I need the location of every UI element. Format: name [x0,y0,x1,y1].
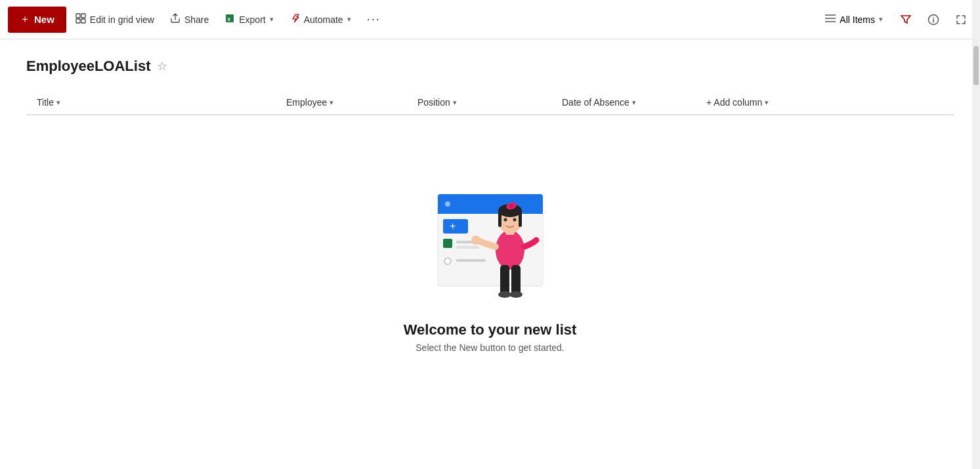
position-sort-icon: ▾ [453,98,457,107]
scrollbar-thumb[interactable] [973,46,979,85]
svg-rect-35 [511,265,521,295]
welcome-heading: Welcome to your new list [404,321,577,338]
export-button[interactable]: X Export ▾ [218,7,280,33]
column-header-employee[interactable]: Employee ▾ [276,91,407,115]
svg-rect-20 [456,246,479,249]
more-label: ··· [367,12,381,26]
svg-rect-22 [456,259,486,262]
svg-point-32 [513,218,516,222]
column-header-add[interactable]: + Add column ▾ [696,91,954,115]
list-table: Title ▾ Employee ▾ Position ▾ [26,91,954,379]
column-header-position[interactable]: Position ▾ [407,91,551,115]
svg-rect-3 [81,19,85,23]
toolbar-right: All Items ▾ [819,10,972,30]
svg-point-33 [471,235,480,245]
svg-rect-27 [498,211,501,227]
edit-grid-view-label: Edit in grid view [90,14,154,25]
page-title: EmployeeLOAList [26,58,150,75]
svg-rect-14 [438,206,543,214]
automate-icon [289,13,300,26]
scrollbar-track[interactable] [972,0,980,469]
svg-rect-1 [81,14,85,18]
svg-text:+: + [450,220,456,232]
svg-point-21 [444,258,451,264]
welcome-subtext: Select the New button to get started. [404,342,577,353]
svg-rect-34 [500,265,509,295]
grid-view-icon [75,13,86,26]
svg-point-30 [509,204,513,208]
add-column-label: + Add column [706,97,762,108]
automate-chevron-icon: ▾ [347,15,351,24]
automate-button[interactable]: Automate ▾ [283,7,358,33]
position-column-label: Position [417,97,450,108]
filter-button[interactable] [895,10,917,30]
welcome-illustration: + [398,155,582,306]
share-icon [170,13,181,26]
new-button[interactable]: ＋ New [8,7,66,33]
svg-point-31 [503,218,507,222]
svg-rect-2 [76,19,80,23]
empty-state-row: + [26,115,954,379]
column-header-title[interactable]: Title ▾ [26,91,276,115]
add-column-chevron-icon: ▾ [765,98,769,107]
svg-rect-18 [443,239,452,248]
expand-button[interactable] [950,10,972,30]
page-header: EmployeeLOAList ☆ [26,58,954,75]
svg-point-11 [933,16,934,18]
svg-rect-28 [519,211,522,227]
title-column-label: Title [37,97,54,108]
svg-point-23 [496,230,524,270]
toolbar: ＋ New Edit in grid view Share X [0,0,980,39]
welcome-text-block: Welcome to your new list Select the New … [404,321,577,353]
empty-state: + [26,115,954,379]
new-button-label: New [34,14,54,25]
svg-point-37 [509,291,522,298]
all-items-chevron-icon: ▾ [879,15,883,24]
svg-point-15 [445,201,450,207]
employee-column-label: Employee [286,97,327,108]
table-header-row: Title ▾ Employee ▾ Position ▾ [26,91,954,115]
favorite-star-icon[interactable]: ☆ [157,59,167,73]
more-button[interactable]: ··· [360,7,387,33]
lines-icon [825,14,836,25]
edit-grid-view-button[interactable]: Edit in grid view [69,7,161,33]
share-label: Share [184,14,209,25]
automate-label: Automate [304,14,343,25]
export-label: Export [239,14,265,25]
plus-icon: ＋ [20,12,30,26]
export-icon: X [224,13,235,26]
title-sort-icon: ▾ [56,98,60,107]
page-content: EmployeeLOAList ☆ Title ▾ Employee ▾ [0,39,980,379]
svg-rect-0 [76,14,80,18]
date-of-absence-column-label: Date of Absence [562,97,629,108]
share-button[interactable]: Share [163,7,215,33]
svg-text:X: X [227,16,231,22]
export-chevron-icon: ▾ [270,15,274,24]
view-selector-button[interactable]: All Items ▾ [819,10,889,29]
all-items-label: All Items [840,14,875,25]
column-header-date-of-absence[interactable]: Date of Absence ▾ [551,91,696,115]
date-sort-icon: ▾ [632,98,636,107]
employee-sort-icon: ▾ [330,98,333,107]
info-button[interactable] [922,10,945,30]
